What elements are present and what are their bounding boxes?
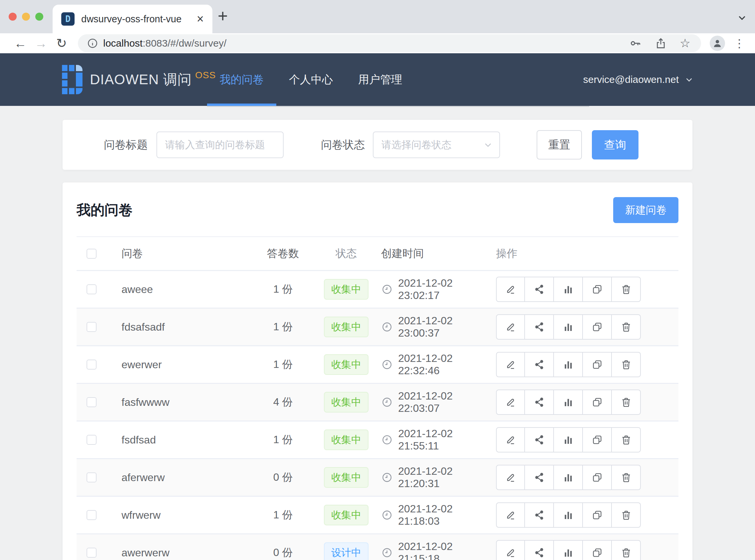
copy-button[interactable]: [583, 314, 612, 340]
answer-count: 1 份: [246, 508, 320, 522]
delete-button[interactable]: [612, 277, 641, 302]
copy-button[interactable]: [583, 540, 612, 560]
delete-button[interactable]: [612, 314, 641, 340]
share-button[interactable]: [525, 502, 554, 528]
stats-button[interactable]: [554, 427, 583, 453]
tab-title: dwsurvey-oss-front-vue: [81, 14, 190, 25]
copy-button[interactable]: [583, 502, 612, 528]
share-button[interactable]: [525, 540, 554, 560]
header-created: 创建时间: [373, 246, 494, 261]
copy-button[interactable]: [583, 465, 612, 490]
stats-button[interactable]: [554, 352, 583, 377]
profile-avatar[interactable]: [710, 36, 725, 51]
copy-button[interactable]: [583, 427, 612, 453]
create-survey-button[interactable]: 新建问卷: [613, 197, 678, 223]
menu-item-profile[interactable]: 个人中心: [276, 53, 346, 106]
delete-button[interactable]: [612, 352, 641, 377]
minimize-window-button[interactable]: [22, 13, 30, 21]
share-button[interactable]: [525, 277, 554, 302]
row-checkbox[interactable]: [86, 510, 97, 520]
survey-title-input[interactable]: [157, 132, 284, 158]
user-dropdown[interactable]: service@diaowen.net: [583, 74, 694, 85]
status-badge: 收集中: [324, 505, 368, 525]
status-badge: 收集中: [324, 279, 368, 300]
edit-button[interactable]: [496, 314, 525, 340]
bookmark-star-icon[interactable]: ☆: [680, 36, 690, 50]
survey-status-select-input[interactable]: [373, 132, 500, 158]
maximize-window-button[interactable]: [35, 13, 43, 21]
menu-divider: [207, 106, 589, 107]
delete-button[interactable]: [612, 465, 641, 490]
trash-icon: [620, 509, 632, 521]
copy-icon: [591, 547, 603, 559]
reload-icon[interactable]: ↻: [51, 36, 72, 51]
key-icon[interactable]: [629, 37, 642, 49]
search-button[interactable]: 查询: [592, 130, 638, 159]
close-tab-icon[interactable]: ×: [197, 13, 204, 25]
share-button[interactable]: [525, 389, 554, 415]
row-checkbox[interactable]: [86, 548, 97, 558]
tab-list-chevron-icon[interactable]: [736, 12, 748, 25]
row-checkbox[interactable]: [86, 435, 97, 445]
row-checkbox[interactable]: [86, 284, 97, 294]
share-page-icon[interactable]: [654, 37, 667, 49]
survey-title[interactable]: awerwerw: [106, 547, 246, 559]
new-tab-button[interactable]: +: [218, 6, 228, 26]
brand[interactable]: DIAOWEN 调问OSS: [62, 65, 216, 94]
edit-button[interactable]: [496, 389, 525, 415]
row-checkbox[interactable]: [86, 360, 97, 369]
stats-button[interactable]: [554, 465, 583, 490]
stats-button[interactable]: [554, 502, 583, 528]
share-button[interactable]: [525, 352, 554, 377]
share-button[interactable]: [525, 427, 554, 453]
edit-button[interactable]: [496, 540, 525, 560]
copy-button[interactable]: [583, 389, 612, 415]
survey-title[interactable]: aweee: [106, 283, 246, 296]
row-checkbox[interactable]: [86, 473, 97, 482]
share-button[interactable]: [525, 314, 554, 340]
stats-button[interactable]: [554, 389, 583, 415]
survey-table: 问卷 答卷数 状态 创建时间 操作 aweee 1 份 收集中 2021-12-…: [77, 236, 678, 560]
address-bar[interactable]: localhost:8083/#/dw/survey/ ☆: [78, 34, 701, 52]
row-checkbox[interactable]: [86, 322, 97, 332]
row-actions: [496, 277, 641, 302]
forward-icon[interactable]: →: [30, 36, 51, 51]
share-button[interactable]: [525, 465, 554, 490]
back-icon[interactable]: ←: [10, 36, 30, 51]
filter-panel: 问卷标题 问卷状态 重置 查询: [63, 120, 692, 170]
delete-button[interactable]: [612, 389, 641, 415]
row-checkbox[interactable]: [86, 397, 97, 407]
survey-title[interactable]: aferwerw: [106, 472, 246, 484]
stats-button[interactable]: [554, 277, 583, 302]
copy-button[interactable]: [583, 352, 612, 377]
edit-button[interactable]: [496, 277, 525, 302]
reset-button[interactable]: 重置: [537, 130, 582, 159]
delete-button[interactable]: [612, 502, 641, 528]
survey-status-select[interactable]: [373, 132, 500, 158]
survey-title[interactable]: fsdfsad: [106, 434, 246, 446]
edit-button[interactable]: [496, 427, 525, 453]
delete-button[interactable]: [612, 540, 641, 560]
survey-title[interactable]: wfrwerw: [106, 509, 246, 521]
stats-button[interactable]: [554, 314, 583, 340]
survey-title[interactable]: fdsafsadf: [106, 321, 246, 333]
info-icon[interactable]: [86, 37, 99, 49]
row-actions: [496, 502, 641, 528]
survey-title[interactable]: ewerwer: [106, 359, 246, 371]
browser-tab[interactable]: D dwsurvey-oss-front-vue ×: [53, 5, 212, 33]
select-all-checkbox[interactable]: [86, 249, 97, 259]
survey-title[interactable]: fasfwwww: [106, 396, 246, 408]
stats-button[interactable]: [554, 540, 583, 560]
copy-icon: [591, 509, 603, 521]
edit-button[interactable]: [496, 352, 525, 377]
created-time: 2021-12-02 22:03:07: [398, 390, 494, 415]
browser-menu-icon[interactable]: ⋮: [734, 37, 745, 50]
edit-button[interactable]: [496, 465, 525, 490]
close-window-button[interactable]: [9, 13, 17, 21]
copy-button[interactable]: [583, 277, 612, 302]
menu-item-my-surveys[interactable]: 我的问卷: [207, 53, 276, 106]
menu-item-user-admin[interactable]: 用户管理: [346, 53, 415, 106]
delete-button[interactable]: [612, 427, 641, 453]
edit-button[interactable]: [496, 502, 525, 528]
status-badge: 收集中: [324, 467, 368, 488]
